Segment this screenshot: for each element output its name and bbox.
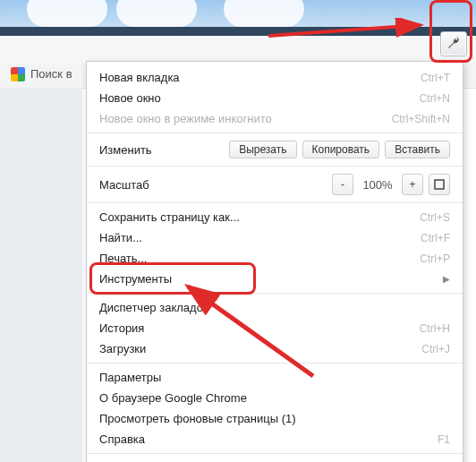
fullscreen-button[interactable] [429,174,450,195]
menu-item-new-tab[interactable]: Новая вкладка Ctrl+T [87,67,463,88]
shortcut-text: Ctrl+F [421,232,450,244]
menu-item-label: О браузере Google Chrome [99,391,247,405]
menu-item-find[interactable]: Найти... Ctrl+F [87,227,463,248]
menu-item-save-page[interactable]: Сохранить страницу как... Ctrl+S [87,207,463,227]
menu-item-background-pages[interactable]: Просмотреть фоновые страницы (1) [87,408,463,429]
tabstrip-area [0,27,476,36]
wrench-menu: Новая вкладка Ctrl+T Новое окно Ctrl+N Н… [86,61,463,462]
menu-item-label: Новая вкладка [99,71,180,84]
menu-item-label: Найти... [99,231,142,244]
fullscreen-icon [434,179,445,190]
shortcut-text: Ctrl+Shift+N [392,113,450,125]
browser-toolbar [0,36,476,64]
menu-item-label: Просмотреть фоновые страницы (1) [99,412,296,425]
decorative-cloud [224,0,304,27]
menu-item-tools[interactable]: Инструменты ▶ [87,269,463,289]
menu-item-label: Инструменты [99,272,172,286]
menu-item-label: Параметры [99,371,161,384]
menu-item-incognito[interactable]: Новое окно в режиме инкогнито Ctrl+Shift… [87,108,463,129]
decorative-cloud [27,0,107,27]
menu-item-exit[interactable]: Выход [87,458,463,462]
menu-separator [87,166,463,167]
menu-item-label: Печать... [99,252,147,265]
menu-separator [87,293,463,294]
menu-separator [87,363,463,364]
shortcut-text: Ctrl+H [420,322,450,335]
shortcut-text: Ctrl+N [420,92,450,105]
menu-item-print[interactable]: Печать... Ctrl+P [87,248,463,269]
shortcut-text: F1 [438,433,450,446]
menu-item-label: История [99,321,144,335]
shortcut-text: Ctrl+S [420,211,450,224]
google-icon [11,67,25,81]
decorative-cloud [116,0,197,27]
menu-item-help[interactable]: Справка F1 [87,429,463,449]
shortcut-text: Ctrl+P [420,252,450,265]
zoom-in-button[interactable]: + [402,174,423,195]
svg-rect-0 [435,180,444,189]
menu-separator [87,133,463,133]
bookmark-search-link[interactable]: Поиск в [30,67,72,81]
menu-item-label: Загрузки [99,342,146,355]
paste-button[interactable]: Вставить [385,141,450,158]
shortcut-text: Ctrl+J [421,343,450,355]
window-title-area [0,0,476,27]
menu-item-downloads[interactable]: Загрузки Ctrl+J [87,338,463,359]
zoom-out-button[interactable]: - [332,174,353,195]
menu-item-bookmark-manager[interactable]: Диспетчер закладок [87,297,463,318]
menu-item-history[interactable]: История Ctrl+H [87,318,463,338]
menu-item-label: Справка [99,432,145,446]
wrench-icon [446,36,461,53]
menu-item-new-window[interactable]: Новое окно Ctrl+N [87,88,463,108]
shortcut-text: Ctrl+T [421,72,450,84]
menu-item-label: Новое окно в режиме инкогнито [99,112,272,125]
cut-button[interactable]: Вырезать [229,141,296,158]
page-background [0,88,82,462]
menu-item-label: Сохранить страницу как... [99,210,240,224]
chevron-right-icon: ▶ [443,274,450,284]
menu-item-label: Масштаб [99,178,149,192]
menu-item-about[interactable]: О браузере Google Chrome [87,388,463,408]
menu-item-label: Изменить [99,143,152,157]
menu-item-settings[interactable]: Параметры [87,367,463,388]
zoom-percent: 100% [359,178,396,192]
wrench-menu-button[interactable] [440,31,467,56]
menu-row-zoom: Масштаб - 100% + [87,170,463,199]
copy-button[interactable]: Копировать [302,141,380,158]
menu-item-label: Новое окно [99,91,161,105]
menu-separator [87,202,463,203]
menu-separator [87,453,463,454]
menu-row-edit: Изменить Вырезать Копировать Вставить [87,137,463,162]
menu-item-label: Диспетчер закладок [99,301,208,314]
